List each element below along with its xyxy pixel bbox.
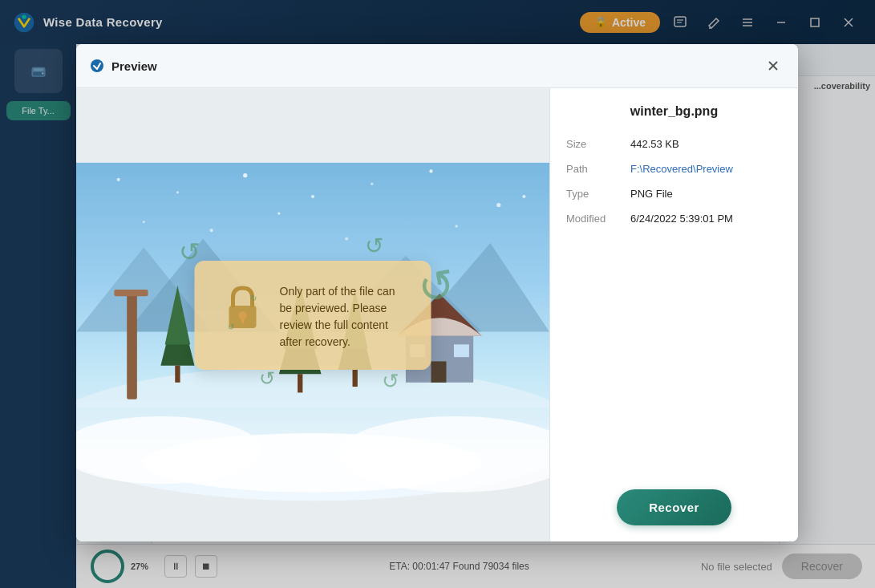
svg-point-33 [345,237,348,241]
svg-text:↺: ↺ [228,322,234,331]
svg-point-26 [311,195,314,198]
arrow-bl-icon: ↺ [259,367,275,390]
svg-rect-52 [353,370,358,387]
info-row-size: Size 442.53 KB [566,138,782,150]
svg-rect-42 [127,290,137,399]
svg-point-31 [209,229,213,232]
arrow-tl-icon: ↺ [179,237,201,267]
svg-rect-43 [114,290,148,296]
arrow-tr-icon: ↺ [365,233,383,259]
svg-point-34 [456,225,458,227]
info-row-type: Type PNG File [566,188,782,200]
svg-point-30 [143,221,145,223]
info-row-path: Path F:\Recovered\Preview [566,163,782,175]
svg-point-32 [277,212,280,214]
svg-point-23 [117,178,120,181]
modified-value: 6/24/2022 5:39:01 PM [630,213,733,225]
svg-rect-49 [298,374,302,392]
lock-message-text: Only part of the file can be previewed. … [280,280,407,351]
preview-dialog: Preview [76,44,798,541]
type-value: PNG File [630,188,673,200]
svg-point-27 [371,183,373,185]
svg-point-61 [144,433,481,493]
size-label: Size [566,138,630,150]
preview-body: ↺ ↺ ↺ ↺ ↺ [76,88,798,541]
info-row-modified: Modified 6/24/2022 5:39:01 PM [566,213,782,225]
overlay: Preview [0,0,875,588]
svg-point-19 [91,59,103,72]
svg-point-24 [176,191,179,193]
preview-header: Preview [76,44,798,88]
size-value: 442.53 KB [630,138,679,150]
type-label: Type [566,188,630,200]
preview-image-area: ↺ ↺ ↺ ↺ ↺ [76,88,549,541]
lock-big-icon: ↺ ↻ [219,280,267,336]
file-name-display: winter_bg.png [566,104,782,119]
svg-rect-64 [241,317,245,323]
lock-overlay: ↺ ↺ ↺ ↺ ↺ [195,261,431,370]
svg-point-35 [522,195,525,198]
svg-point-28 [429,169,432,172]
svg-text:↻: ↻ [250,294,257,302]
preview-title-icon [89,58,105,74]
svg-point-29 [496,203,500,207]
arrow-br-icon: ↺ [382,369,399,394]
preview-info-panel: winter_bg.png Size 442.53 KB Path F:\Rec… [549,88,798,541]
preview-close-button[interactable] [761,54,785,78]
svg-rect-46 [175,366,180,383]
preview-title: Preview [111,59,157,73]
svg-rect-56 [431,361,447,382]
path-value: F:\Recovered\Preview [630,163,733,175]
recover-button[interactable]: Recover [617,489,731,525]
svg-rect-58 [454,344,469,357]
modified-label: Modified [566,213,630,225]
app-window: Wise Data Recovery 🔒 Active [0,0,875,588]
path-label: Path [566,163,630,175]
svg-point-25 [243,173,247,177]
preview-title-row: Preview [89,58,157,74]
